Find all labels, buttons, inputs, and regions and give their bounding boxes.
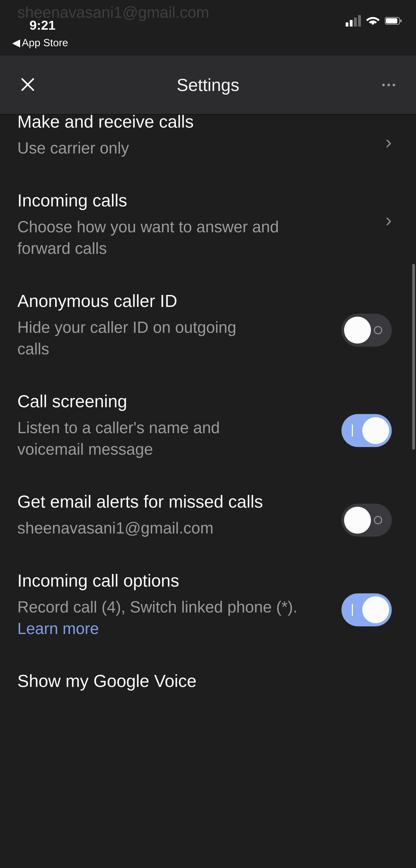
svg-rect-1 [386, 18, 397, 24]
close-icon [21, 78, 35, 92]
toggle-knob [344, 507, 371, 534]
battery-icon [385, 17, 402, 25]
row-anonymous-caller-id: Anonymous caller ID Hide your caller ID … [18, 280, 398, 380]
toggle-knob [344, 317, 371, 344]
row-incoming-calls[interactable]: Incoming calls Choose how you want to an… [18, 180, 398, 280]
wifi-icon [366, 16, 380, 26]
row-subtitle: Choose how you want to answer and forwar… [18, 216, 321, 259]
row-make-receive-calls[interactable]: Make and receive calls Use carrier only … [18, 104, 398, 180]
row-email-alerts-missed-calls: Get email alerts for missed calls sheena… [18, 481, 398, 559]
toggle-incoming-call-options[interactable] [342, 593, 392, 626]
more-button[interactable] [382, 84, 395, 86]
dot-icon [387, 84, 390, 86]
dot-icon [382, 84, 385, 86]
row-subtitle: Listen to a caller's name and voicemail … [18, 417, 277, 460]
back-caret-icon: ◀ [12, 36, 20, 49]
row-title: Show my Google Voice [18, 671, 398, 691]
close-button[interactable] [21, 75, 35, 94]
chevron-right-icon: › [385, 131, 392, 153]
row-subtitle: Record call (4), Switch linked phone (*)… [18, 596, 321, 639]
page-title: Settings [177, 75, 239, 95]
row-title: Call screening [18, 391, 398, 412]
scrollbar[interactable] [412, 264, 415, 450]
row-title: Incoming call options [18, 570, 398, 591]
row-title: Anonymous caller ID [18, 290, 398, 311]
row-title: Get email alerts for missed calls [18, 491, 277, 512]
cell-signal-icon [346, 15, 361, 27]
chevron-right-icon: › [385, 209, 392, 231]
toggle-knob [362, 596, 389, 623]
dot-icon [392, 84, 395, 86]
back-appstore-label: App Store [22, 37, 68, 49]
svg-rect-2 [400, 20, 402, 22]
row-show-google-voice: Show my Google Voice [18, 660, 398, 691]
row-subtitle: Use carrier only [18, 137, 321, 159]
settings-content: Make and receive calls Use carrier only … [0, 104, 416, 868]
back-to-appstore[interactable]: ◀ App Store [12, 36, 68, 49]
learn-more-link[interactable]: Learn more [18, 620, 99, 637]
status-bar: 9:21 [0, 0, 416, 35]
row-call-screening: Call screening Listen to a caller's name… [18, 380, 398, 481]
toggle-knob [362, 417, 389, 444]
toggle-anonymous-caller-id[interactable] [342, 314, 392, 347]
row-subtitle-text: Record call (4), Switch linked phone (*)… [18, 598, 298, 616]
toggle-call-screening[interactable] [342, 414, 392, 447]
row-subtitle: sheenavasani1@gmail.com [18, 517, 321, 539]
toggle-email-alerts[interactable] [342, 504, 392, 536]
row-incoming-call-options: Incoming call options Record call (4), S… [18, 560, 398, 660]
settings-screen: sheenavasani1@gmail.com CALLS 9:21 ◀ App… [0, 0, 416, 868]
status-time: 9:21 [30, 18, 56, 33]
row-title: Incoming calls [18, 190, 398, 211]
row-title: Make and receive calls [18, 111, 398, 132]
row-subtitle: Hide your caller ID on outgoing calls [18, 316, 260, 360]
